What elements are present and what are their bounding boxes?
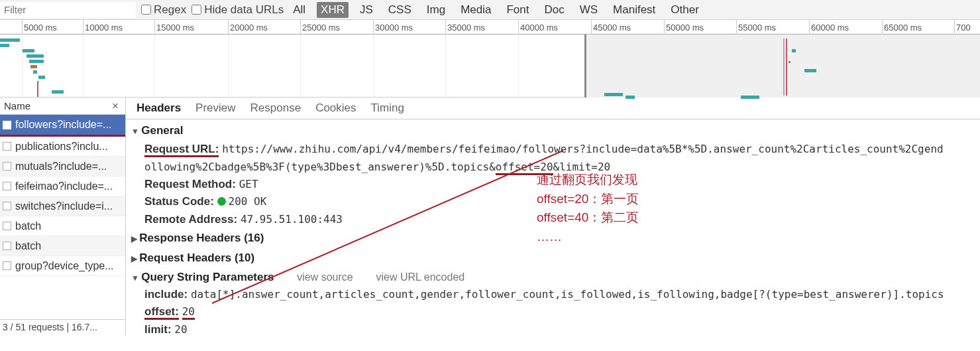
request-row[interactable]: group?device_type... (0, 256, 125, 276)
timeline-tick: 55000 ms (738, 23, 776, 33)
type-tab-manifest[interactable]: Manifest (609, 2, 659, 18)
detail-tab-headers[interactable]: Headers (135, 100, 182, 116)
detail-tab-preview[interactable]: Preview (194, 100, 237, 116)
request-url-value-line1: https://www.zhihu.com/api/v4/members/fei… (222, 143, 944, 155)
detail-tab-response[interactable]: Response (249, 100, 303, 116)
timeline-end-marker[interactable] (584, 35, 586, 98)
timeline-bar[interactable] (604, 93, 623, 96)
timeline-bar[interactable] (0, 44, 9, 47)
name-column-header[interactable]: Name (4, 100, 30, 111)
timeline-bar[interactable] (30, 65, 37, 68)
network-toolbar: Regex Hide data URLs AllXHRJSCSSImgMedia… (0, 0, 980, 20)
timeline-tick: 15000 ms (156, 23, 194, 33)
timeline-bar[interactable] (23, 49, 34, 52)
qs-limit-value: 20 (174, 323, 187, 335)
qs-limit: limit: 20 (131, 321, 975, 335)
timeline-tick: 5000 ms (24, 23, 57, 33)
request-list-pane: Name × followers?include=...publications… (0, 98, 126, 335)
view-url-encoded-link[interactable]: view URL encoded (376, 271, 464, 283)
timeline-bar[interactable] (0, 38, 20, 42)
regex-checkbox-input[interactable] (141, 5, 151, 15)
timeline-bar[interactable] (52, 90, 64, 94)
type-tab-all[interactable]: All (289, 2, 309, 18)
view-source-link[interactable]: view source (297, 271, 353, 283)
timeline-bar[interactable] (27, 54, 44, 58)
qs-include-value: data[*].answer_count,articles_count,gend… (191, 288, 944, 301)
timeline-tick: 35000 ms (447, 23, 485, 33)
request-list[interactable]: followers?include=...publications?inclu.… (0, 115, 125, 319)
type-tab-xhr[interactable]: XHR (317, 2, 349, 18)
status-code-label: Status Code: (144, 195, 214, 208)
file-icon (3, 121, 11, 129)
request-row[interactable]: followers?include=... (0, 115, 125, 137)
request-row-label: switches?include=i... (15, 200, 113, 212)
file-icon (3, 182, 11, 190)
close-icon[interactable]: × (109, 100, 121, 113)
type-tab-css[interactable]: CSS (384, 2, 415, 18)
detail-tab-timing[interactable]: Timing (370, 100, 406, 116)
type-tab-js[interactable]: JS (356, 2, 377, 18)
request-url-label: Request URL: (144, 143, 219, 157)
timeline-tick: 25000 ms (302, 23, 340, 33)
timeline-bar[interactable] (789, 61, 790, 63)
hide-data-urls-checkbox[interactable]: Hide data URLs (191, 3, 284, 17)
timeline-tick: 10000 ms (85, 23, 123, 33)
timeline-tick: 40000 ms (520, 23, 558, 33)
timeline-bar[interactable] (38, 76, 45, 79)
detail-tab-cookies[interactable]: Cookies (314, 100, 357, 116)
section-query-string[interactable]: Query String Parameters (131, 269, 274, 285)
request-row-label: batch (15, 220, 41, 232)
file-icon (3, 162, 11, 171)
request-url-offset-segment: offset=20 (496, 161, 553, 175)
timeline-tick: 65000 ms (884, 23, 922, 33)
timeline-ruler: 5000 ms10000 ms15000 ms20000 ms25000 ms3… (0, 20, 980, 35)
section-response-headers[interactable]: Response Headers (16) (131, 228, 975, 248)
status-dot-icon (217, 197, 226, 206)
network-main: Name × followers?include=...publications… (0, 98, 980, 335)
qs-offset: offset: 20 (131, 303, 975, 320)
request-row[interactable]: batch (0, 236, 125, 256)
timeline-bar[interactable] (37, 81, 38, 97)
request-url-value-line2b: &limit=20 (553, 161, 611, 173)
general-status-code: Status Code: 200 OK (131, 193, 975, 210)
regex-label: Regex (154, 3, 186, 17)
type-tab-other[interactable]: Other (667, 2, 703, 18)
detail-body: General Request URL: https://www.zhihu.c… (126, 119, 980, 335)
request-row[interactable]: mutuals?include=... (0, 157, 125, 176)
timeline-bar[interactable] (804, 69, 816, 72)
timeline-bar[interactable] (786, 38, 787, 96)
qs-include-label: include: (144, 288, 188, 301)
timeline-tick: 50000 ms (666, 23, 704, 33)
type-tab-media[interactable]: Media (457, 2, 495, 18)
file-icon (3, 242, 11, 250)
remote-address-label: Remote Address: (144, 213, 237, 226)
request-row-label: group?device_type... (15, 260, 114, 272)
general-request-method: Request Method: GET (131, 176, 975, 193)
request-row[interactable]: batch (0, 216, 125, 236)
type-tab-ws[interactable]: WS (576, 2, 602, 18)
timeline-bar[interactable] (792, 49, 796, 52)
network-timeline[interactable]: 5000 ms10000 ms15000 ms20000 ms25000 ms3… (0, 20, 980, 98)
type-tab-img[interactable]: Img (423, 2, 449, 18)
section-general[interactable]: General (131, 121, 975, 141)
timeline-tick: 60000 ms (811, 23, 849, 33)
timeline-body (0, 35, 980, 98)
timeline-bar[interactable] (783, 38, 785, 96)
general-remote-address: Remote Address: 47.95.51.100:443 (131, 211, 975, 228)
request-url-value-line2a: ollowing%2Cbadge%5B%3F(type%3Dbest_answe… (144, 161, 496, 173)
type-tab-font[interactable]: Font (502, 2, 533, 18)
request-row[interactable]: feifeimao?include=... (0, 176, 125, 196)
regex-checkbox[interactable]: Regex (141, 3, 186, 17)
hide-data-urls-checkbox-input[interactable] (191, 5, 201, 15)
request-row-label: batch (15, 240, 41, 252)
detail-tabs: HeadersPreviewResponseCookiesTiming (126, 98, 980, 119)
section-request-headers[interactable]: Request Headers (10) (131, 248, 975, 268)
request-row[interactable]: switches?include=i... (0, 196, 125, 216)
timeline-bar[interactable] (33, 70, 37, 74)
timeline-bar[interactable] (29, 60, 44, 63)
type-tab-doc[interactable]: Doc (540, 2, 568, 18)
qs-limit-label: limit: (144, 323, 172, 335)
filter-input[interactable] (0, 2, 136, 18)
request-status-bar: 3 / 51 requests | 16.7... (0, 319, 125, 335)
request-row[interactable]: publications?inclu... (0, 137, 125, 157)
